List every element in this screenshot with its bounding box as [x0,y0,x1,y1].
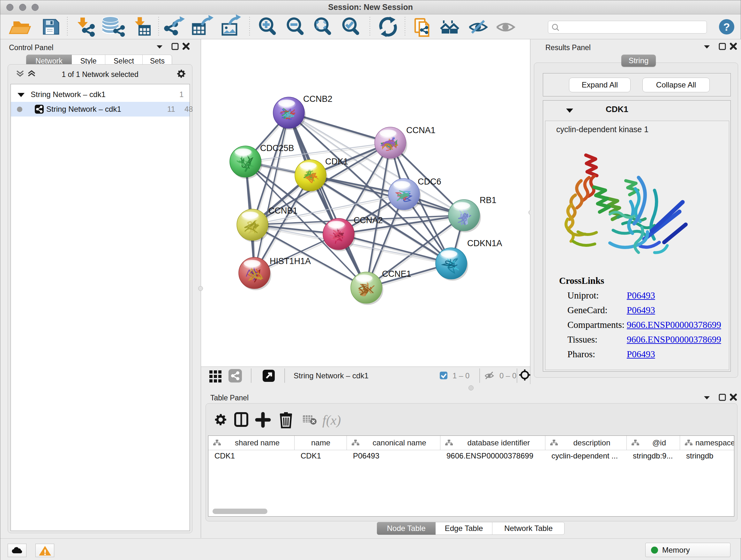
svg-text:CCNB2: CCNB2 [303,94,333,104]
svg-text:CCNA1: CCNA1 [406,125,435,135]
svg-text:0 – 0: 0 – 0 [499,371,516,380]
svg-text:CDKN1A: CDKN1A [467,239,502,248]
svg-text:f(x): f(x) [322,413,341,428]
svg-text:CCNB1: CCNB1 [268,206,298,215]
svg-text:CDK1: CDK1 [325,157,348,166]
svg-text:CCNA2: CCNA2 [354,215,383,225]
svg-text:?: ? [724,21,730,33]
svg-text:1 – 0: 1 – 0 [453,371,469,380]
svg-text:String Network – cdk1: String Network – cdk1 [293,371,368,380]
svg-text:CCNE1: CCNE1 [382,269,411,279]
svg-text:CDC25B: CDC25B [260,143,294,153]
svg-text:RB1: RB1 [480,195,496,205]
svg-text:HIST1H1A: HIST1H1A [270,256,311,266]
svg-text:CDC6: CDC6 [418,177,441,186]
